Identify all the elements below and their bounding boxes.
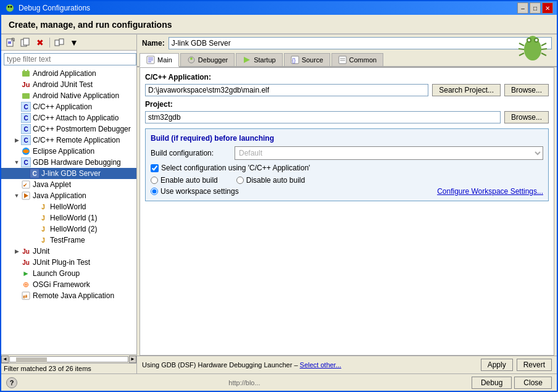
cpp-app-icon: C <box>21 102 31 112</box>
tree-item-java-applet[interactable]: ✔ Java Applet <box>1 179 136 190</box>
minimize-button[interactable]: – <box>517 2 528 14</box>
delete-config-button[interactable]: ✖ <box>33 36 47 49</box>
filter-menu-button[interactable]: ▼ <box>67 36 81 49</box>
tab-startup[interactable]: Startup <box>236 53 282 66</box>
expand-cpp-attach <box>12 114 21 122</box>
debug-configurations-window: Debug Configurations – □ ✕ Create, manag… <box>0 0 558 392</box>
toolbar-separator <box>49 38 50 48</box>
tree-item-jlink-server[interactable]: C J-link GDB Server <box>1 168 136 179</box>
name-label: Name: <box>142 39 165 48</box>
duplicate-config-button[interactable] <box>19 36 32 49</box>
filter-input[interactable] <box>4 53 136 65</box>
cpp-app-section: C/C++ Application: Search Project... Bro… <box>145 73 549 96</box>
maximize-button[interactable]: □ <box>530 2 541 14</box>
radio-auto-input[interactable] <box>151 177 158 184</box>
title-bar-buttons: – □ ✕ <box>517 2 553 14</box>
title-bar: Debug Configurations – □ ✕ <box>1 1 557 15</box>
tree-item-launch-group[interactable]: ► Launch Group <box>1 268 136 279</box>
tree-item-hello-world[interactable]: J HelloWorld <box>1 201 136 212</box>
tree-item-cpp-remote[interactable]: ▶ C C/C++ Remote Application <box>1 135 136 146</box>
radio-disable-input[interactable] <box>236 177 244 184</box>
tree-item-eclipse-app[interactable]: Eclipse Application <box>1 146 136 157</box>
tree-item-cpp-app[interactable]: C C/C++ Application <box>1 101 136 112</box>
apply-button[interactable]: Apply <box>481 359 513 371</box>
select-other-link[interactable]: Select other... <box>300 361 341 369</box>
expand-eclipse-app <box>12 147 21 156</box>
tab-source[interactable]: {} Source <box>284 53 330 66</box>
debug-button[interactable]: Debug <box>472 377 512 389</box>
tree-item-java-app[interactable]: ▼ Java Application <box>1 190 136 201</box>
java-applet-icon: ✔ <box>21 180 31 190</box>
osgi-icon: ⊕ <box>21 280 31 290</box>
tree-item-gdb-debug[interactable]: ▼ C GDB Hardware Debugging <box>1 157 136 168</box>
build-config-select[interactable]: Default <box>235 146 543 160</box>
header-area: Create, manage, and run configurations <box>1 15 557 34</box>
tree-item-junit[interactable]: ▶ Ju JUnit <box>1 246 136 257</box>
configure-workspace-link[interactable]: Configure Workspace Settings... <box>437 187 543 196</box>
name-input[interactable] <box>169 37 552 49</box>
expand-junit-plugin <box>12 258 21 267</box>
tree-item-hello-world-2[interactable]: J HelloWorld (2) <box>1 223 136 235</box>
tree-label-remote-java: Remote Java Application <box>33 291 114 300</box>
android-app-icon <box>21 69 31 78</box>
expand-gdb-debug[interactable]: ▼ <box>12 158 21 167</box>
footer-url-text: http://blo... <box>228 379 260 386</box>
tree-item-osgi[interactable]: ⊕ OSGi Framework <box>1 279 136 290</box>
tree-item-remote-java[interactable]: ⇄ Remote Java Application <box>1 290 136 301</box>
tab-common[interactable]: Common <box>331 53 384 66</box>
browse-cpp-app-button[interactable]: Browse... <box>504 84 549 96</box>
cpp-postmortem-icon: C <box>21 124 31 134</box>
tabs-bar: Main Debugger Startup <box>137 52 557 67</box>
radio-workspace-input[interactable] <box>151 188 158 195</box>
collapse-all-button[interactable] <box>52 36 66 49</box>
close-button[interactable]: ✕ <box>542 2 553 14</box>
left-toolbar: ✖ ▼ <box>1 35 136 51</box>
expand-cpp-remote[interactable]: ▶ <box>12 136 21 144</box>
svg-line-12 <box>541 43 546 46</box>
browse-project-button[interactable]: Browse... <box>504 111 549 123</box>
help-button[interactable]: ? <box>6 377 17 388</box>
tree-item-android-native[interactable]: Android Native Application <box>1 90 136 101</box>
tab-debugger[interactable]: Debugger <box>180 53 235 66</box>
select-config-row: Select configuration using 'C/C++ Applic… <box>151 164 543 172</box>
tab-main-label: Main <box>157 56 172 64</box>
tree-item-cpp-postmortem[interactable]: C C/C++ Postmortem Debugger <box>1 123 136 135</box>
tree-label-gdb-debug: GDB Hardware Debugging <box>33 158 121 167</box>
header-title: Create, manage, and run configurations <box>9 20 172 30</box>
tree-label-eclipse-app: Eclipse Application <box>33 147 94 156</box>
tree-item-hello-world-1[interactable]: J HelloWorld (1) <box>1 212 136 223</box>
project-row: Browse... <box>145 111 549 123</box>
revert-button[interactable]: Revert <box>517 359 552 371</box>
close-button[interactable]: Close <box>514 377 552 389</box>
tree-item-junit-plugin[interactable]: Ju JUnit Plug-in Test <box>1 257 136 268</box>
expand-android-junit <box>12 80 21 89</box>
search-project-button[interactable]: Search Project... <box>432 84 501 96</box>
cpp-app-input[interactable] <box>145 84 428 96</box>
svg-point-8 <box>535 39 538 41</box>
expand-java-app[interactable]: ▼ <box>12 191 21 200</box>
tree-label-launch-group: Launch Group <box>33 269 80 278</box>
expand-junit[interactable]: ▶ <box>12 247 21 256</box>
cpp-attach-icon: C <box>21 113 31 123</box>
h-scroll-thumb[interactable] <box>16 357 47 362</box>
select-config-checkbox[interactable] <box>151 164 159 172</box>
tree-item-cpp-attach[interactable]: C C/C++ Attach to Applicatio <box>1 112 136 123</box>
tree-item-android-app[interactable]: Android Application <box>1 68 136 79</box>
h-scroll-track[interactable] <box>9 356 128 362</box>
scroll-left-btn[interactable]: ◄ <box>1 356 9 363</box>
expand-remote-java <box>12 291 21 300</box>
footer: ? http://blo... Debug Close <box>1 373 557 391</box>
remote-java-icon: ⇄ <box>21 291 31 301</box>
new-config-button[interactable] <box>4 36 17 49</box>
tab-main[interactable]: Main <box>140 53 179 67</box>
tree-label-android-app: Android Application <box>33 69 96 78</box>
launch-group-icon: ► <box>21 269 31 278</box>
h-scrollbar[interactable]: ◄ ► <box>1 354 136 363</box>
project-input[interactable] <box>145 111 501 123</box>
tree-item-android-junit[interactable]: Ju Android JUnit Test <box>1 79 136 90</box>
expand-jlink <box>21 169 30 178</box>
junit-icon: Ju <box>21 246 31 256</box>
tree-item-testframe[interactable]: J TestFrame <box>1 235 136 246</box>
radio-disable-label: Disable auto build <box>246 176 305 185</box>
scroll-right-btn[interactable]: ► <box>129 356 136 363</box>
